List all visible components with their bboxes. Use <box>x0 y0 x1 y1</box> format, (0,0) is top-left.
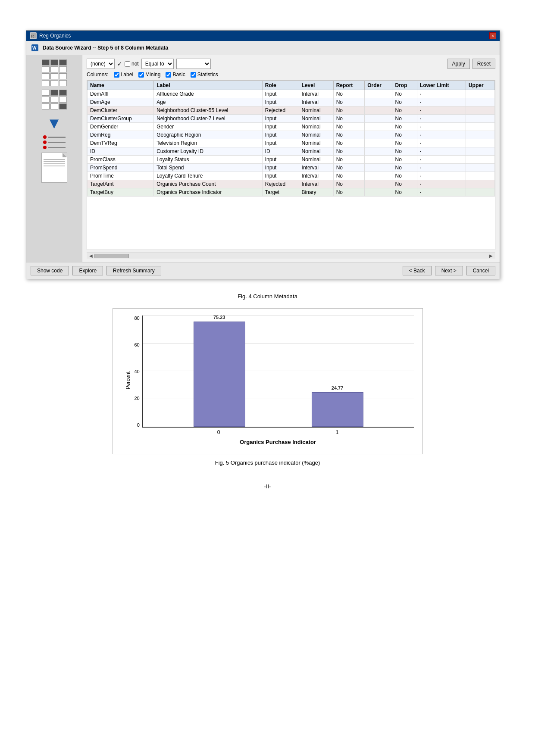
table-row[interactable]: TargetBuyOrganics Purchase IndicatorTarg… <box>88 188 495 197</box>
chart-plot-area: 75.23 24.77 0 1 Or <box>142 316 414 445</box>
table-cell: TargetAmt <box>88 180 154 188</box>
apply-button[interactable]: Apply <box>447 59 470 69</box>
doc-line <box>44 161 65 162</box>
table-cell <box>466 115 494 123</box>
y-axis-label-wrapper: Percent <box>122 316 135 445</box>
table-cell: No <box>392 123 417 131</box>
table-row[interactable]: DemRegGeographic RegionInputNominalNoNo· <box>88 131 495 139</box>
explore-button[interactable]: Explore <box>72 266 103 275</box>
chart-grid: 75.23 24.77 <box>142 316 414 428</box>
scroll-thumb[interactable] <box>94 254 129 258</box>
table-row[interactable]: IDCustomer Loyalty IDIDNominalNoNo· <box>88 147 495 156</box>
doc-line <box>44 159 65 160</box>
table-cell: No <box>392 156 417 164</box>
grid-cell <box>59 80 67 86</box>
table-cell: DemAge <box>88 98 154 106</box>
table-cell: No <box>392 98 417 106</box>
back-button[interactable]: < Back <box>403 266 432 275</box>
table-cell: No <box>392 164 417 172</box>
table-cell: · <box>417 106 466 115</box>
table-row[interactable]: PromClassLoyalty StatusInputNominalNoNo· <box>88 156 495 164</box>
table-cell <box>466 123 494 131</box>
label-checkbox[interactable] <box>114 72 119 78</box>
table-cell: No <box>333 180 365 188</box>
not-checkbox-label[interactable]: not <box>125 61 139 67</box>
table-row[interactable]: DemAfflAffluence GradeInputIntervalNoNo· <box>88 90 495 98</box>
table-cell: Loyalty Status <box>154 156 263 164</box>
dot-line <box>43 146 66 149</box>
cancel-button[interactable]: Cancel <box>466 266 495 275</box>
grid-cell <box>59 73 67 79</box>
scroll-left-arrow[interactable]: ◀ <box>88 253 94 258</box>
dot-line-bar <box>48 137 66 138</box>
table-cell: DemCluster <box>88 106 154 115</box>
table-cell <box>466 131 494 139</box>
label-checkbox-label[interactable]: Label <box>114 72 133 78</box>
table-cell: PromSpend <box>88 164 154 172</box>
grid-cell <box>42 90 50 96</box>
col-role: Role <box>262 81 299 90</box>
dot-line <box>43 135 66 139</box>
table-cell: No <box>333 188 365 197</box>
mining-checkbox[interactable] <box>138 72 144 78</box>
reset-button[interactable]: Reset <box>472 59 495 69</box>
table-row[interactable]: DemClusterNeighborhood Cluster-55 LevelR… <box>88 106 495 115</box>
table-row[interactable]: DemGenderGenderInputNominalNoNo· <box>88 123 495 131</box>
next-button[interactable]: Next > <box>435 266 463 275</box>
filter-dropdown[interactable]: (none) <box>87 59 115 69</box>
value-dropdown[interactable] <box>176 59 211 69</box>
columns-row: Columns: Label Mining Basic <box>87 72 495 78</box>
table-cell: PromClass <box>88 156 154 164</box>
table-cell: Organics Purchase Indicator <box>154 188 263 197</box>
grid-cell <box>50 73 58 79</box>
equal-to-dropdown[interactable]: Equal to <box>141 59 174 69</box>
close-button[interactable]: × <box>489 32 496 39</box>
sidebar-grid2 <box>42 90 67 109</box>
table-cell: No <box>333 131 365 139</box>
horizontal-scrollbar[interactable]: ◀ ▶ <box>87 253 495 259</box>
col-name: Name <box>88 81 154 90</box>
x-label-0: 0 <box>193 429 244 435</box>
grid-cell <box>59 59 67 66</box>
table-cell <box>365 98 392 106</box>
table-cell: Interval <box>299 164 333 172</box>
table-cell: No <box>392 172 417 180</box>
grid-cell <box>42 73 50 79</box>
app-title: Reg Organics <box>39 33 71 39</box>
table-cell: Interval <box>299 90 333 98</box>
table-cell <box>365 123 392 131</box>
data-table-wrapper[interactable]: Name Label Role Level Report Order Drop … <box>87 80 495 250</box>
table-row[interactable]: PromSpendTotal SpendInputIntervalNoNo· <box>88 164 495 172</box>
table-cell: · <box>417 123 466 131</box>
table-cell: Nominal <box>299 131 333 139</box>
table-cell: Binary <box>299 188 333 197</box>
table-row[interactable]: TargetAmtOrganics Purchase CountRejected… <box>88 180 495 188</box>
table-cell: Loyalty Card Tenure <box>154 172 263 180</box>
show-code-button[interactable]: Show code <box>31 266 69 275</box>
grid-cell <box>59 103 67 109</box>
table-cell: Total Spend <box>154 164 263 172</box>
basic-checkbox-label[interactable]: Basic <box>166 72 185 78</box>
table-row[interactable]: PromTimeLoyalty Card TenureInputInterval… <box>88 172 495 180</box>
statistics-checkbox[interactable] <box>191 72 196 78</box>
scroll-right-arrow[interactable]: ▶ <box>488 253 494 258</box>
table-cell <box>365 106 392 115</box>
doc-line <box>44 166 65 166</box>
table-row[interactable]: DemAgeAgeInputIntervalNoNo· <box>88 98 495 106</box>
y-tick-labels: 80 60 40 20 0 <box>135 316 142 428</box>
statistics-checkbox-label[interactable]: Statistics <box>191 72 218 78</box>
table-cell: Nominal <box>299 147 333 156</box>
table-row[interactable]: DemClusterGroupNeighborhood Cluster-7 Le… <box>88 115 495 123</box>
col-level: Level <box>299 81 333 90</box>
dot-icon <box>43 146 47 149</box>
wizard-header: W Data Source Wizard -- Step 5 of 8 Colu… <box>26 41 500 55</box>
refresh-summary-button[interactable]: Refresh Summary <box>106 266 161 275</box>
table-cell: PromTime <box>88 172 154 180</box>
x-axis-labels: 0 1 <box>142 428 414 435</box>
basic-checkbox[interactable] <box>166 72 171 78</box>
table-row[interactable]: DemTVRegTelevision RegionInputNominalNoN… <box>88 139 495 147</box>
table-cell: Input <box>262 115 299 123</box>
mining-checkbox-label[interactable]: Mining <box>138 72 160 78</box>
not-checkbox[interactable] <box>125 61 130 67</box>
doc-lines <box>42 153 67 168</box>
